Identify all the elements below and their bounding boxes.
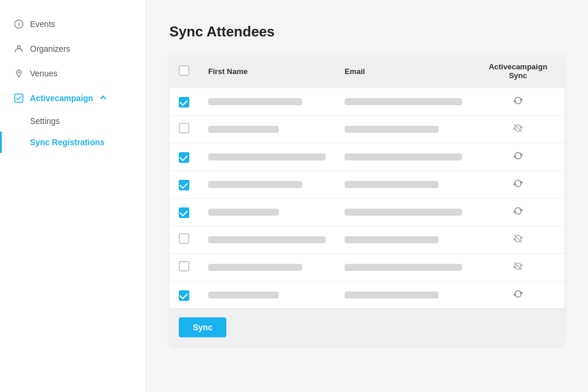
header-checkbox[interactable] — [179, 65, 189, 76]
sidebar-sub-item-label: Settings — [30, 116, 60, 126]
row-checkbox-cell — [169, 143, 199, 171]
sidebar-item-organizers[interactable]: Organizers — [0, 36, 145, 61]
table-row — [169, 116, 564, 143]
row-sync-status — [472, 199, 564, 226]
header-checkbox-cell — [169, 54, 199, 88]
row-checkbox-cell — [169, 282, 199, 309]
table-wrapper: First Name Email Activecampaign Sync — [169, 54, 564, 309]
row-checkbox[interactable] — [179, 261, 189, 272]
sidebar-item-label: Activecampaign — [30, 93, 93, 103]
sidebar-item-venues[interactable]: Venues — [0, 61, 145, 86]
row-first-name — [199, 254, 335, 282]
organizers-icon — [14, 43, 24, 54]
row-email — [335, 254, 472, 282]
attendees-table-card: First Name Email Activecampaign Sync — [169, 54, 564, 346]
row-checkbox-cell — [169, 88, 199, 116]
no-sync-icon[interactable] — [513, 125, 523, 135]
attendees-table: First Name Email Activecampaign Sync — [169, 54, 564, 309]
row-checkbox[interactable] — [179, 290, 189, 301]
row-first-name — [199, 116, 335, 143]
sync-icon[interactable] — [513, 153, 523, 163]
row-sync-status — [472, 226, 564, 254]
row-first-name — [199, 282, 335, 309]
table-row — [169, 282, 564, 309]
row-sync-status — [472, 171, 564, 199]
sidebar-item-label: Events — [30, 19, 55, 29]
row-checkbox[interactable] — [179, 180, 189, 190]
row-checkbox[interactable] — [179, 97, 189, 108]
page-title: Sync Attendees — [169, 24, 564, 40]
sidebar-item-label: Organizers — [30, 44, 70, 53]
row-email — [335, 116, 472, 143]
no-sync-icon[interactable] — [513, 263, 523, 273]
row-checkbox[interactable] — [179, 207, 189, 218]
sidebar-item-events[interactable]: Events — [0, 12, 145, 36]
header-email: Email — [335, 54, 472, 88]
table-header-row: First Name Email Activecampaign Sync — [169, 54, 564, 88]
row-email — [335, 171, 472, 199]
row-email — [335, 143, 472, 171]
table-row — [169, 171, 564, 199]
main-content: Sync Attendees First Name Email Activeca… — [146, 0, 588, 392]
sidebar-sub-item-sync-registrations[interactable]: Sync Registrations — [0, 132, 145, 153]
row-first-name — [199, 88, 335, 116]
row-first-name — [199, 171, 335, 199]
sync-button[interactable]: Sync — [179, 317, 226, 337]
row-first-name — [199, 226, 335, 254]
row-sync-status — [472, 88, 564, 116]
row-checkbox-cell — [169, 171, 199, 199]
row-first-name — [199, 143, 335, 171]
table-row — [169, 226, 564, 254]
table-row — [169, 199, 564, 226]
row-email — [335, 88, 472, 116]
svg-point-4 — [18, 72, 20, 73]
row-checkbox-cell — [169, 199, 199, 226]
table-footer: Sync — [169, 309, 564, 346]
row-checkbox-cell — [169, 116, 199, 143]
sync-icon[interactable] — [513, 291, 523, 301]
row-checkbox-cell — [169, 254, 199, 282]
sidebar: Events Organizers Venues Activecampaign — [0, 0, 146, 392]
row-checkbox-cell — [169, 226, 199, 254]
row-checkbox[interactable] — [179, 152, 189, 163]
chevron-up-icon — [101, 95, 106, 101]
row-email — [335, 226, 472, 254]
sidebar-item-label: Venues — [30, 69, 58, 78]
ac-icon — [14, 93, 24, 103]
sync-icon[interactable] — [513, 208, 523, 218]
location-icon — [14, 68, 24, 79]
sync-icon[interactable] — [513, 98, 523, 108]
table-row — [169, 88, 564, 116]
row-first-name — [199, 199, 335, 226]
header-first-name: First Name — [199, 54, 335, 88]
row-checkbox[interactable] — [179, 123, 189, 133]
sidebar-sub-item-settings[interactable]: Settings — [0, 110, 145, 132]
sidebar-item-activecampaign[interactable]: Activecampaign — [0, 86, 145, 110]
info-circle-icon — [14, 19, 24, 29]
table-row — [169, 143, 564, 171]
sidebar-sub-item-label: Sync Registrations — [30, 138, 105, 147]
row-sync-status — [472, 116, 564, 143]
row-sync-status — [472, 254, 564, 282]
row-checkbox[interactable] — [179, 233, 189, 244]
sync-icon[interactable] — [513, 180, 523, 190]
row-sync-status — [472, 282, 564, 309]
row-sync-status — [472, 143, 564, 171]
svg-point-3 — [18, 46, 21, 49]
svg-point-2 — [18, 22, 19, 23]
row-email — [335, 199, 472, 226]
row-email — [335, 282, 472, 309]
table-row — [169, 254, 564, 282]
header-sync: Activecampaign Sync — [472, 54, 564, 88]
no-sync-icon[interactable] — [513, 236, 523, 246]
